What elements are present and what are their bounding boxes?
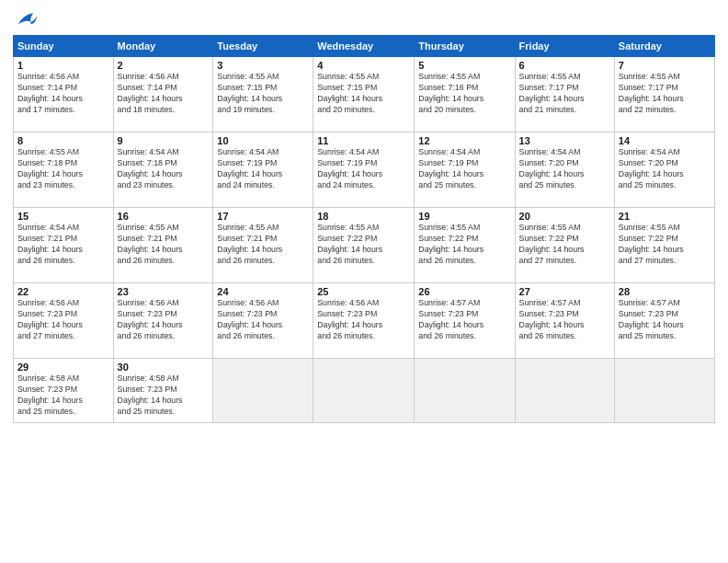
calendar-cell: 17Sunrise: 4:55 AM Sunset: 7:21 PM Dayli… [213, 208, 313, 283]
day-number: 23 [118, 286, 210, 297]
calendar-table: SundayMondayTuesdayWednesdayThursdayFrid… [13, 35, 715, 423]
day-info: Sunrise: 4:58 AM Sunset: 7:23 PM Dayligh… [118, 373, 210, 418]
day-info: Sunrise: 4:54 AM Sunset: 7:20 PM Dayligh… [619, 147, 711, 191]
day-info: Sunrise: 4:55 AM Sunset: 7:22 PM Dayligh… [418, 223, 510, 267]
day-number: 19 [418, 211, 510, 222]
day-number: 3 [217, 60, 309, 71]
day-number: 26 [418, 286, 510, 297]
calendar-cell: 29Sunrise: 4:58 AM Sunset: 7:23 PM Dayli… [14, 359, 114, 423]
day-number: 13 [519, 135, 610, 146]
day-info: Sunrise: 4:54 AM Sunset: 7:20 PM Dayligh… [519, 147, 610, 191]
col-header-monday: Monday [113, 36, 213, 57]
calendar-cell: 20Sunrise: 4:55 AM Sunset: 7:22 PM Dayli… [515, 208, 614, 283]
day-info: Sunrise: 4:54 AM Sunset: 7:19 PM Dayligh… [317, 147, 410, 191]
logo [13, 9, 42, 29]
calendar-cell [415, 359, 515, 423]
calendar-cell [614, 359, 714, 423]
calendar-cell: 4Sunrise: 4:55 AM Sunset: 7:15 PM Daylig… [313, 57, 415, 132]
day-info: Sunrise: 4:57 AM Sunset: 7:23 PM Dayligh… [619, 298, 711, 342]
day-info: Sunrise: 4:55 AM Sunset: 7:22 PM Dayligh… [317, 223, 410, 267]
day-info: Sunrise: 4:54 AM Sunset: 7:18 PM Dayligh… [118, 147, 210, 191]
day-number: 18 [317, 211, 410, 222]
day-number: 22 [17, 286, 109, 297]
day-number: 15 [17, 211, 109, 222]
calendar-cell: 5Sunrise: 4:55 AM Sunset: 7:16 PM Daylig… [415, 57, 515, 132]
day-number: 8 [17, 135, 109, 146]
day-info: Sunrise: 4:55 AM Sunset: 7:15 PM Dayligh… [217, 72, 309, 116]
day-info: Sunrise: 4:58 AM Sunset: 7:23 PM Dayligh… [17, 373, 109, 418]
col-header-saturday: Saturday [614, 36, 714, 57]
col-header-tuesday: Tuesday [213, 36, 313, 57]
day-number: 11 [317, 135, 410, 146]
day-info: Sunrise: 4:54 AM Sunset: 7:19 PM Dayligh… [217, 147, 309, 191]
day-number: 10 [217, 135, 309, 146]
day-number: 7 [619, 60, 711, 71]
calendar-header-row: SundayMondayTuesdayWednesdayThursdayFrid… [14, 36, 715, 57]
day-number: 5 [418, 60, 510, 71]
col-header-sunday: Sunday [14, 36, 114, 57]
day-number: 6 [519, 60, 610, 71]
day-info: Sunrise: 4:56 AM Sunset: 7:23 PM Dayligh… [118, 298, 210, 342]
day-number: 27 [519, 286, 610, 297]
calendar-cell: 24Sunrise: 4:56 AM Sunset: 7:23 PM Dayli… [213, 283, 313, 359]
calendar-cell: 9Sunrise: 4:54 AM Sunset: 7:18 PM Daylig… [113, 132, 213, 208]
day-info: Sunrise: 4:55 AM Sunset: 7:16 PM Dayligh… [418, 72, 510, 116]
day-number: 24 [217, 286, 309, 297]
calendar-cell [515, 359, 614, 423]
day-number: 4 [317, 60, 410, 71]
calendar-cell: 13Sunrise: 4:54 AM Sunset: 7:20 PM Dayli… [515, 132, 614, 208]
day-number: 12 [418, 135, 510, 146]
day-number: 20 [519, 211, 610, 222]
day-info: Sunrise: 4:55 AM Sunset: 7:21 PM Dayligh… [118, 223, 210, 267]
day-info: Sunrise: 4:55 AM Sunset: 7:17 PM Dayligh… [619, 72, 711, 116]
calendar-cell [213, 359, 313, 423]
col-header-wednesday: Wednesday [313, 36, 415, 57]
calendar-cell: 1Sunrise: 4:56 AM Sunset: 7:14 PM Daylig… [14, 57, 114, 132]
calendar-cell: 14Sunrise: 4:54 AM Sunset: 7:20 PM Dayli… [614, 132, 714, 208]
day-number: 25 [317, 286, 410, 297]
calendar-cell: 30Sunrise: 4:58 AM Sunset: 7:23 PM Dayli… [113, 359, 213, 423]
col-header-thursday: Thursday [415, 36, 515, 57]
logo-icon [13, 9, 39, 29]
calendar-cell: 23Sunrise: 4:56 AM Sunset: 7:23 PM Dayli… [113, 283, 213, 359]
day-info: Sunrise: 4:55 AM Sunset: 7:18 PM Dayligh… [17, 147, 109, 191]
calendar-week-1: 1Sunrise: 4:56 AM Sunset: 7:14 PM Daylig… [14, 57, 715, 132]
day-info: Sunrise: 4:57 AM Sunset: 7:23 PM Dayligh… [418, 298, 510, 342]
col-header-friday: Friday [515, 36, 614, 57]
calendar-cell: 8Sunrise: 4:55 AM Sunset: 7:18 PM Daylig… [14, 132, 114, 208]
page-container: SundayMondayTuesdayWednesdayThursdayFrid… [0, 0, 728, 431]
day-info: Sunrise: 4:57 AM Sunset: 7:23 PM Dayligh… [519, 298, 610, 342]
day-info: Sunrise: 4:56 AM Sunset: 7:23 PM Dayligh… [317, 298, 410, 342]
calendar-cell: 7Sunrise: 4:55 AM Sunset: 7:17 PM Daylig… [614, 57, 714, 132]
day-number: 17 [217, 211, 309, 222]
calendar-week-4: 22Sunrise: 4:56 AM Sunset: 7:23 PM Dayli… [14, 283, 715, 359]
calendar-cell: 21Sunrise: 4:55 AM Sunset: 7:22 PM Dayli… [614, 208, 714, 283]
calendar-cell: 25Sunrise: 4:56 AM Sunset: 7:23 PM Dayli… [313, 283, 415, 359]
day-number: 30 [118, 362, 210, 373]
day-info: Sunrise: 4:56 AM Sunset: 7:14 PM Dayligh… [17, 72, 109, 116]
day-number: 9 [118, 135, 210, 146]
day-info: Sunrise: 4:55 AM Sunset: 7:15 PM Dayligh… [317, 72, 410, 116]
calendar-body: 1Sunrise: 4:56 AM Sunset: 7:14 PM Daylig… [14, 57, 715, 423]
day-info: Sunrise: 4:55 AM Sunset: 7:17 PM Dayligh… [519, 72, 610, 116]
header [13, 9, 715, 29]
day-info: Sunrise: 4:56 AM Sunset: 7:23 PM Dayligh… [217, 298, 309, 342]
calendar-week-3: 15Sunrise: 4:54 AM Sunset: 7:21 PM Dayli… [14, 208, 715, 283]
day-info: Sunrise: 4:56 AM Sunset: 7:14 PM Dayligh… [118, 72, 210, 116]
calendar-cell: 16Sunrise: 4:55 AM Sunset: 7:21 PM Dayli… [113, 208, 213, 283]
calendar-cell: 22Sunrise: 4:56 AM Sunset: 7:23 PM Dayli… [14, 283, 114, 359]
calendar-cell: 26Sunrise: 4:57 AM Sunset: 7:23 PM Dayli… [415, 283, 515, 359]
day-number: 2 [118, 60, 210, 71]
calendar-cell: 10Sunrise: 4:54 AM Sunset: 7:19 PM Dayli… [213, 132, 313, 208]
calendar-cell: 27Sunrise: 4:57 AM Sunset: 7:23 PM Dayli… [515, 283, 614, 359]
calendar-cell: 3Sunrise: 4:55 AM Sunset: 7:15 PM Daylig… [213, 57, 313, 132]
day-info: Sunrise: 4:56 AM Sunset: 7:23 PM Dayligh… [17, 298, 109, 342]
day-info: Sunrise: 4:55 AM Sunset: 7:22 PM Dayligh… [519, 223, 610, 267]
day-number: 1 [17, 60, 109, 71]
calendar-cell: 15Sunrise: 4:54 AM Sunset: 7:21 PM Dayli… [14, 208, 114, 283]
calendar-cell: 2Sunrise: 4:56 AM Sunset: 7:14 PM Daylig… [113, 57, 213, 132]
calendar-week-2: 8Sunrise: 4:55 AM Sunset: 7:18 PM Daylig… [14, 132, 715, 208]
day-number: 29 [17, 362, 109, 373]
calendar-week-5: 29Sunrise: 4:58 AM Sunset: 7:23 PM Dayli… [14, 359, 715, 423]
day-number: 28 [619, 286, 711, 297]
